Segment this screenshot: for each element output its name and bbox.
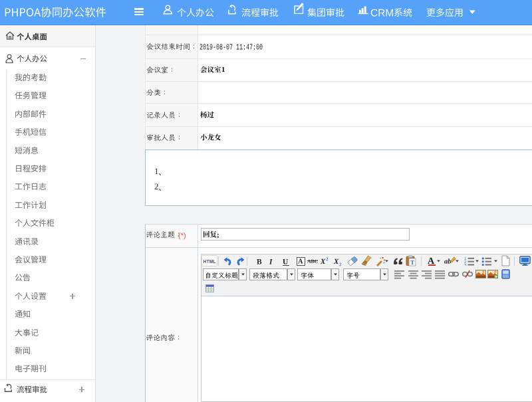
svg-text:T: T (410, 259, 414, 266)
svg-text:3: 3 (464, 263, 466, 266)
